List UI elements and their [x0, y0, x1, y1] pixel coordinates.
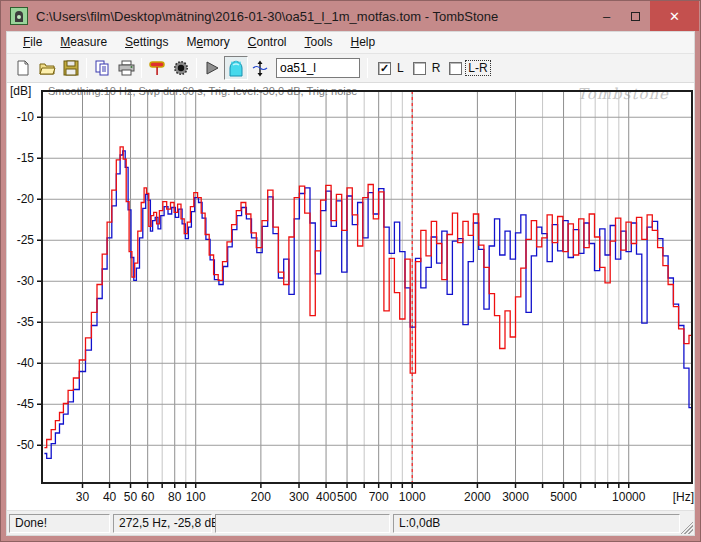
status-message: Done!: [9, 514, 110, 533]
x-axis-unit-label: [Hz]: [673, 490, 694, 504]
open-file-button[interactable]: [35, 56, 59, 80]
trace-red: [44, 147, 691, 448]
save-icon: [63, 60, 79, 76]
x-tick-label: 5000: [550, 490, 577, 504]
new-document-icon: [15, 60, 31, 76]
x-tick-label: 10000: [612, 490, 646, 504]
autoscale-button[interactable]: [248, 56, 272, 80]
checkbox-R-label[interactable]: R: [430, 61, 443, 75]
measure-active-button[interactable]: [224, 56, 248, 80]
menu-file[interactable]: File: [14, 33, 51, 52]
memory-name-input[interactable]: [276, 58, 360, 78]
x-tick-label: 500: [337, 490, 357, 504]
checkbox-LR[interactable]: [449, 62, 462, 75]
menu-bar: FileMeasureSettingsMemoryControlToolsHel…: [7, 32, 694, 54]
x-tick-label: 300: [289, 490, 309, 504]
status-bar: Done! 272,5 Hz, -25,8 dB L:0,0dB: [7, 510, 694, 535]
maximize-button[interactable]: [621, 1, 650, 31]
y-tick-label: -35: [17, 315, 35, 329]
y-tick-label: -40: [17, 356, 35, 370]
status-cursor-readout: 272,5 Hz, -25,8 dB: [113, 514, 212, 533]
x-tick-label: 200: [251, 490, 271, 504]
caption-buttons: – ✕: [592, 1, 699, 31]
x-tick-label: 30: [76, 490, 90, 504]
plot-border: [42, 91, 692, 483]
x-tick-label: 2000: [464, 490, 491, 504]
level-knob-icon: [173, 60, 189, 76]
y-tick-label: -10: [17, 110, 35, 124]
print-icon: [118, 60, 135, 76]
title-bar[interactable]: C:\Users\film\Desktop\mätning\2016-01-30…: [1, 1, 700, 31]
checkbox-R[interactable]: [413, 62, 426, 75]
y-tick-label: -45: [17, 397, 35, 411]
level-knob-button[interactable]: [169, 56, 193, 80]
menu-help[interactable]: Help: [342, 33, 385, 52]
microphone-button[interactable]: [145, 56, 169, 80]
checkbox-L[interactable]: ✓: [378, 62, 391, 75]
checkbox-L-label[interactable]: L: [395, 61, 406, 75]
x-tick-label: 3000: [502, 490, 529, 504]
y-tick-label: -20: [17, 192, 35, 206]
x-tick-label: 80: [168, 490, 182, 504]
y-tick-label: -50: [17, 438, 35, 452]
minimize-button[interactable]: –: [592, 1, 621, 31]
copy-icon: [94, 60, 110, 76]
play-button[interactable]: [200, 56, 224, 80]
y-tick-label: -30: [17, 274, 35, 288]
toolbar-separator: [196, 58, 197, 78]
toolbar-separator: [141, 58, 142, 78]
menu-control[interactable]: Control: [239, 33, 296, 52]
copy-button[interactable]: [90, 56, 114, 80]
autoscale-icon: [252, 60, 268, 77]
toolbar-separator: [86, 58, 87, 78]
app-window: C:\Users\film\Desktop\mätning\2016-01-30…: [0, 0, 701, 542]
resize-grip[interactable]: [680, 521, 693, 534]
client-area: FileMeasureSettingsMemoryControlToolsHel…: [6, 31, 695, 536]
window-title: C:\Users\film\Desktop\mätning\2016-01-30…: [36, 9, 498, 24]
x-tick-label: 100: [186, 490, 206, 504]
x-tick-label: 60: [141, 490, 155, 504]
save-button[interactable]: [59, 56, 83, 80]
checkbox-LR-label[interactable]: L-R: [466, 61, 489, 75]
play-icon: [204, 60, 220, 76]
x-tick-label: 400: [316, 490, 336, 504]
channel-checkboxes: ✓ L R L-R: [371, 61, 490, 75]
print-button[interactable]: [114, 56, 138, 80]
menu-measure[interactable]: Measure: [51, 33, 116, 52]
close-button[interactable]: ✕: [650, 1, 699, 31]
x-tick-label: 40: [103, 490, 117, 504]
new-document-button[interactable]: [11, 56, 35, 80]
y-tick-label: -15: [17, 151, 35, 165]
open-folder-icon: [39, 60, 56, 76]
x-tick-label: 700: [369, 490, 389, 504]
menu-settings[interactable]: Settings: [116, 33, 177, 52]
microphone-icon: [148, 60, 166, 76]
status-empty-panel: [215, 514, 390, 533]
y-tick-label: -25: [17, 233, 35, 247]
tombstone-measure-icon: [227, 60, 245, 77]
maximize-icon: [631, 12, 640, 21]
x-tick-label: 1000: [399, 490, 426, 504]
chart-area[interactable]: [dB] Smoothing:10 Hz, Swp dur:60 s, Trig…: [7, 83, 694, 510]
menu-tools[interactable]: Tools: [296, 33, 342, 52]
frequency-response-plot: -10-15-20-25-30-35-40-45-503040506080100…: [7, 83, 694, 510]
status-level-readout: L:0,0dB: [393, 514, 680, 533]
app-icon: [10, 7, 28, 25]
toolbar-separator: [367, 58, 368, 78]
x-tick-label: 50: [124, 490, 138, 504]
toolbar: ✓ L R L-R: [7, 54, 694, 83]
menu-memory[interactable]: Memory: [177, 33, 238, 52]
